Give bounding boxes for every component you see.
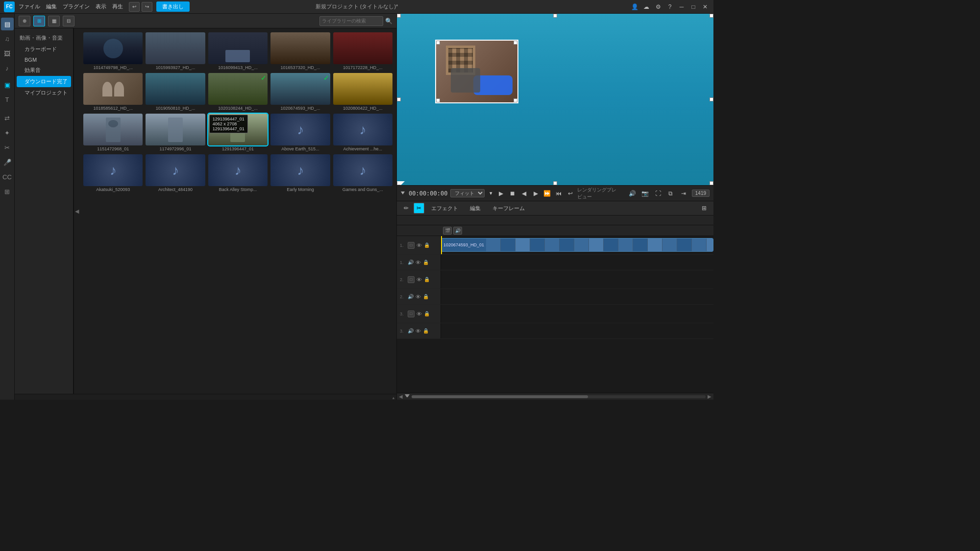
media-item[interactable]: 1016537320_HD_... xyxy=(270,32,330,70)
active-tab-icon[interactable]: ▣ xyxy=(1,78,14,91)
media-item-music-early[interactable]: ♪ Early Morning xyxy=(270,154,330,192)
rewind-button[interactable]: ⏮ xyxy=(555,188,563,199)
prev-frame-button[interactable]: ◀ xyxy=(520,188,528,199)
sidebar-colorboard[interactable]: カラーボード xyxy=(15,44,73,55)
media-item-music[interactable]: ♪ Back Alley Stomp... xyxy=(208,154,268,192)
track-2-lock-icon[interactable]: 🔒 xyxy=(424,277,430,282)
help-icon[interactable]: ? xyxy=(665,2,674,11)
sidebar-downloaded[interactable]: ダウンロード完了 xyxy=(17,76,71,87)
media-item[interactable]: 1151472968_01 xyxy=(83,114,143,151)
add-video-track[interactable]: 🎬 xyxy=(443,227,452,235)
track-1-content[interactable]: 1020674593_HD_01 xyxy=(441,236,713,254)
trim-tool[interactable]: ✂ xyxy=(414,203,424,214)
track-3-lock-icon[interactable]: 🔒 xyxy=(424,311,430,316)
media-item[interactable]: 1017172228_HD_... xyxy=(333,32,392,70)
audio-eye-icon[interactable]: 👁 xyxy=(416,260,421,265)
share-icon[interactable]: ⇥ xyxy=(678,188,689,199)
audio-2-lock-icon[interactable]: 🔒 xyxy=(423,294,429,299)
pencil-tool[interactable]: ✏ xyxy=(401,203,412,214)
menu-playback[interactable]: 再生 xyxy=(112,3,123,10)
volume-icon[interactable]: 🔊 xyxy=(627,188,638,199)
search-input[interactable] xyxy=(319,16,383,26)
video-track-2-content[interactable] xyxy=(441,270,713,288)
import-button[interactable]: ⊕ xyxy=(19,16,30,26)
playhead[interactable] xyxy=(441,236,442,254)
audio-track-2-content[interactable] xyxy=(441,289,713,304)
timeline-clip-1[interactable]: 1020674593_HD_01 xyxy=(441,238,713,252)
menu-edit[interactable]: 編集 xyxy=(46,3,57,10)
edit-button[interactable]: 編集 xyxy=(465,204,486,213)
video-track-3-content[interactable] xyxy=(441,305,713,323)
audio-track-1-content[interactable] xyxy=(441,255,713,270)
maximize-button[interactable]: □ xyxy=(689,2,698,11)
sidebar-sfx[interactable]: 効果音 xyxy=(15,65,73,76)
stop-button[interactable]: ⏹ xyxy=(509,188,517,199)
audio-3-eye-icon[interactable]: 👁 xyxy=(416,328,421,334)
handle-bl[interactable] xyxy=(436,98,440,102)
preview-handle-ml[interactable] xyxy=(397,97,401,101)
inset-overlay-box[interactable] xyxy=(435,40,518,103)
media-item[interactable]: ✓ 1020674593_HD_... xyxy=(270,73,330,111)
media-item[interactable]: 1019050810_HD_... xyxy=(146,73,205,111)
export-button[interactable]: 書き出し xyxy=(156,1,190,12)
minimize-button[interactable]: ─ xyxy=(677,2,686,11)
add-audio-track[interactable]: 🔊 xyxy=(453,227,462,235)
search-icon[interactable]: 🔍 xyxy=(385,18,392,24)
audio-icon[interactable]: ♫ xyxy=(1,32,14,45)
scroll-thumb[interactable] xyxy=(412,395,588,398)
media-item[interactable]: 1018585612_HD_... xyxy=(83,73,143,111)
preview-handle-br[interactable] xyxy=(710,181,713,185)
snapshot-icon[interactable]: 📷 xyxy=(640,188,651,199)
track-2-eye-icon[interactable]: 👁 xyxy=(416,277,422,283)
detail-view-button[interactable]: ⊟ xyxy=(63,16,74,26)
handle-tr[interactable] xyxy=(514,41,517,45)
cloud-icon[interactable]: ☁ xyxy=(642,2,651,11)
media-item[interactable]: 1015993927_HD_... xyxy=(146,32,205,70)
media-item[interactable]: 1020800422_HD_... xyxy=(333,73,392,111)
track-1-lock-icon[interactable]: 🔒 xyxy=(424,242,430,248)
media-item-music[interactable]: ♪ Above Earth_515... xyxy=(270,114,330,151)
trim-icon[interactable]: ✂ xyxy=(1,141,14,154)
transition-icon[interactable]: ⇄ xyxy=(1,112,14,124)
keyframe-button[interactable]: キーフレーム xyxy=(488,204,530,213)
next-frame-button[interactable]: ▶ xyxy=(532,188,540,199)
loop-button[interactable]: ↩ xyxy=(566,188,574,199)
preview-handle-tr[interactable] xyxy=(710,14,713,18)
close-button[interactable]: ✕ xyxy=(701,2,710,11)
sidebar-bgm[interactable]: BGM xyxy=(15,55,73,65)
audio-lock-icon[interactable]: 🔒 xyxy=(423,260,429,265)
list-view-button[interactable]: ▦ xyxy=(48,16,60,26)
media-item-music-architect[interactable]: ♪ Architect_484190 xyxy=(146,154,205,192)
audio-2-eye-icon[interactable]: 👁 xyxy=(416,294,421,300)
fit-select[interactable]: フィット 50% 100% xyxy=(450,189,485,197)
grid-view-button[interactable]: ⊞ xyxy=(33,16,45,26)
preview-handle-tl[interactable] xyxy=(397,14,401,18)
scroll-track[interactable] xyxy=(412,395,706,398)
mic-icon[interactable]: 🎤 xyxy=(1,156,14,168)
media-item[interactable]: 1014749798_HD_... xyxy=(83,32,143,70)
fullscreen-icon[interactable]: ⛶ xyxy=(653,188,663,199)
handle-tl[interactable] xyxy=(436,41,440,45)
timeline-settings-icon[interactable]: ⊞ xyxy=(699,203,710,214)
handle-br[interactable] xyxy=(514,98,517,102)
redo-button[interactable]: ↪ xyxy=(142,2,152,12)
preview-handle-tm[interactable] xyxy=(553,14,557,18)
track-1-eye-icon[interactable]: 👁 xyxy=(416,242,422,248)
track-1-type-icon[interactable]: □ xyxy=(408,242,415,249)
text-icon[interactable]: T xyxy=(1,93,14,106)
media-item-selected[interactable]: 1291396447_01 4062 x 2708 1291396447_01 … xyxy=(208,114,268,151)
sidebar-media-header[interactable]: 動画・画像・音楽 xyxy=(15,32,73,44)
preview-handle-mr[interactable] xyxy=(710,97,713,101)
play-button[interactable]: ▶ xyxy=(497,188,505,199)
preview-handle-bm[interactable] xyxy=(553,181,557,185)
track-3-eye-icon[interactable]: 👁 xyxy=(416,311,422,317)
caption-icon[interactable]: CC xyxy=(1,170,14,183)
media-item-music[interactable]: ♪ Akatsuki_520093 xyxy=(83,154,143,192)
menu-file[interactable]: ファイル xyxy=(19,3,40,10)
media-item[interactable]: 1016099413_HD_... xyxy=(208,32,268,70)
menu-view[interactable]: 表示 xyxy=(96,3,106,10)
audio-3-lock-icon[interactable]: 🔒 xyxy=(423,328,429,334)
image-icon[interactable]: 🖼 xyxy=(1,47,14,60)
sidebar-my-projects[interactable]: マイプロジェクト xyxy=(15,87,73,98)
template-icon[interactable]: ⊞ xyxy=(1,185,14,198)
